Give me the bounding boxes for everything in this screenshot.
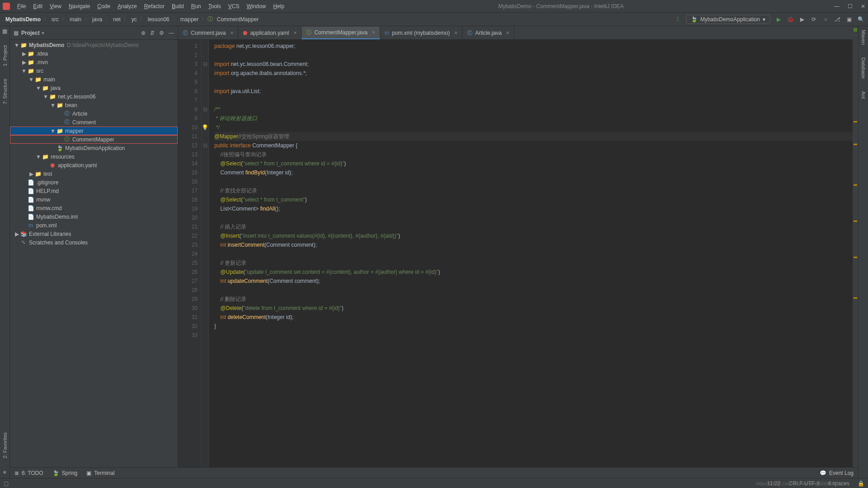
coverage-icon[interactable]: ▶ bbox=[798, 16, 806, 23]
warning-mark[interactable] bbox=[854, 184, 857, 186]
menu-window[interactable]: Window bbox=[243, 3, 269, 9]
debug-icon[interactable]: 🐞 bbox=[787, 16, 794, 23]
tree-node[interactable]: mpom.xml bbox=[10, 221, 178, 230]
breadcrumb[interactable]: yc bbox=[130, 16, 139, 23]
stripe-maven[interactable]: Maven bbox=[861, 28, 866, 47]
vcs-icon[interactable]: ⎇ bbox=[834, 16, 841, 23]
tool-window-button[interactable]: ≣6: TODO bbox=[14, 470, 43, 476]
menu-navigate[interactable]: Navigate bbox=[65, 3, 94, 9]
breadcrumb[interactable]: src bbox=[50, 16, 61, 23]
breadcrumb[interactable]: main bbox=[68, 16, 83, 23]
tree-node[interactable]: ⒾCommentMapper bbox=[10, 135, 178, 144]
stripe-database[interactable]: Database bbox=[861, 56, 866, 80]
breadcrumb[interactable]: mapper bbox=[179, 16, 201, 23]
editor-tab[interactable]: ⒾCommentMapper.java× bbox=[302, 27, 380, 39]
tree-node[interactable]: ▼📁java bbox=[10, 84, 178, 92]
fold-icon[interactable]: ▼ bbox=[28, 76, 34, 83]
run-icon[interactable]: ▶ bbox=[775, 16, 782, 23]
tree-node[interactable]: ▼📁resources bbox=[10, 152, 178, 161]
tree-node[interactable]: ▶📚External Libraries bbox=[10, 230, 178, 238]
breadcrumb[interactable]: MybatisDemo bbox=[4, 16, 42, 23]
maximize-icon[interactable]: ☐ bbox=[848, 3, 853, 9]
tab-close-icon[interactable]: × bbox=[506, 30, 509, 36]
stripe-project[interactable]: 1: Project bbox=[2, 43, 8, 68]
tree-node[interactable]: 📄.gitignore bbox=[10, 178, 178, 187]
event-log-button[interactable]: 💬 Event Log bbox=[820, 470, 854, 476]
tree-node[interactable]: ⒸComment bbox=[10, 118, 178, 127]
breadcrumb[interactable]: CommentMapper bbox=[215, 16, 260, 23]
editor-tab[interactable]: ⒸArticle.java× bbox=[462, 27, 514, 39]
status-toggle-icon[interactable]: ▢ bbox=[4, 480, 9, 487]
menu-file[interactable]: File bbox=[14, 3, 29, 9]
menu-run[interactable]: Run bbox=[188, 3, 205, 9]
menu-view[interactable]: View bbox=[46, 3, 65, 9]
project-tree[interactable]: ▼📁MybatisDemoD:\IdeaProjects\MybatisDemo… bbox=[10, 40, 178, 478]
fold-icon[interactable]: ▶ bbox=[28, 171, 34, 177]
tab-close-icon[interactable]: × bbox=[372, 29, 375, 36]
fold-icon[interactable]: ▶ bbox=[21, 51, 27, 57]
fold-icon[interactable]: ▼ bbox=[50, 128, 56, 134]
menu-refactor[interactable]: Refactor bbox=[141, 3, 168, 9]
breadcrumb[interactable]: net bbox=[111, 16, 123, 23]
stripe-ant[interactable]: Ant bbox=[861, 89, 866, 101]
tree-node[interactable]: ▼📁mapper bbox=[10, 127, 178, 135]
search-icon[interactable]: 🔍 bbox=[857, 16, 864, 23]
menu-code[interactable]: Code bbox=[94, 3, 114, 9]
gear-icon[interactable]: ⚙ bbox=[159, 30, 164, 36]
expand-icon[interactable]: ⇵ bbox=[150, 30, 155, 36]
editor-tab[interactable]: ⒸComment.java× bbox=[178, 27, 238, 39]
tree-node[interactable]: 📄mvnw bbox=[10, 195, 178, 204]
fold-icon[interactable]: ▼ bbox=[42, 94, 49, 100]
menu-tools[interactable]: Tools bbox=[205, 3, 225, 9]
menu-help[interactable]: Help bbox=[269, 3, 288, 9]
layout-icon[interactable]: ▣ bbox=[845, 16, 853, 23]
fold-icon[interactable]: ▼ bbox=[21, 68, 27, 74]
tree-node[interactable]: 📄MybatisDemo.iml bbox=[10, 212, 178, 221]
editor-tab[interactable]: ⬣application.yaml× bbox=[238, 27, 302, 39]
menu-vcs[interactable]: VCS bbox=[225, 3, 243, 9]
breadcrumb[interactable]: java bbox=[90, 16, 104, 23]
fold-icon[interactable]: ▼ bbox=[35, 85, 42, 91]
tree-node[interactable]: ▼📁main bbox=[10, 75, 178, 84]
stripe-structure[interactable]: 7: Structure bbox=[2, 77, 8, 106]
tab-close-icon[interactable]: × bbox=[230, 30, 233, 36]
editor[interactable]: 1234567891011121314151617181920212223242… bbox=[178, 40, 858, 478]
tree-node[interactable]: ⒸArticle bbox=[10, 109, 178, 118]
warning-mark[interactable] bbox=[854, 257, 857, 258]
warning-mark[interactable] bbox=[854, 221, 857, 222]
stripe-favorites[interactable]: 2: Favorites bbox=[2, 431, 8, 460]
close-icon[interactable]: ✕ bbox=[861, 3, 865, 9]
tree-node[interactable]: ▶📁test bbox=[10, 169, 178, 178]
tree-node[interactable]: ▶📁.mvn bbox=[10, 58, 178, 66]
tree-node[interactable]: ▼📁src bbox=[10, 66, 178, 75]
editor-tab[interactable]: mpom.xml (mybatisdemo)× bbox=[380, 27, 462, 39]
tree-node[interactable]: ▼📁net.yc.lesson06 bbox=[10, 92, 178, 101]
tree-node[interactable]: ▼📁MybatisDemoD:\IdeaProjects\MybatisDemo bbox=[10, 41, 178, 49]
breadcrumb[interactable]: lesson06 bbox=[146, 16, 171, 23]
fold-icon[interactable]: ▶ bbox=[14, 231, 20, 237]
tool-window-button[interactable]: ▣Terminal bbox=[86, 470, 114, 476]
fold-icon[interactable]: ▼ bbox=[50, 102, 56, 108]
stop-icon[interactable]: ■ bbox=[822, 16, 829, 23]
star-icon[interactable]: ★ bbox=[2, 469, 7, 475]
tab-close-icon[interactable]: × bbox=[454, 30, 458, 36]
tree-node[interactable]: ▶📁.idea bbox=[10, 49, 178, 58]
profile-icon[interactable]: ⟳ bbox=[810, 16, 817, 23]
locate-icon[interactable]: ⊕ bbox=[141, 30, 146, 36]
tree-node[interactable]: 📄HELP.md bbox=[10, 187, 178, 195]
fold-icon[interactable]: ▼ bbox=[35, 154, 42, 160]
warning-mark[interactable] bbox=[854, 144, 857, 145]
tree-node[interactable]: 📄mvnw.cmd bbox=[10, 204, 178, 212]
warning-mark[interactable] bbox=[854, 297, 857, 299]
build-icon[interactable]: ⤴ bbox=[674, 16, 681, 23]
run-config-selector[interactable]: 🍃 MybatisDemoApplication ▾ bbox=[686, 15, 770, 24]
menu-edit[interactable]: Edit bbox=[29, 3, 46, 9]
tree-node[interactable]: 🍃MybatisDemoApplication bbox=[10, 144, 178, 152]
minimize-icon[interactable]: — bbox=[834, 3, 840, 9]
tree-node[interactable]: ▼📁bean bbox=[10, 101, 178, 109]
fold-icon[interactable]: ▶ bbox=[21, 59, 27, 66]
hide-icon[interactable]: — bbox=[169, 30, 174, 36]
tree-node[interactable]: ✎Scratches and Consoles bbox=[10, 238, 178, 247]
chevron-down-icon[interactable]: ▾ bbox=[42, 30, 44, 36]
menu-analyze[interactable]: Analyze bbox=[114, 3, 141, 9]
